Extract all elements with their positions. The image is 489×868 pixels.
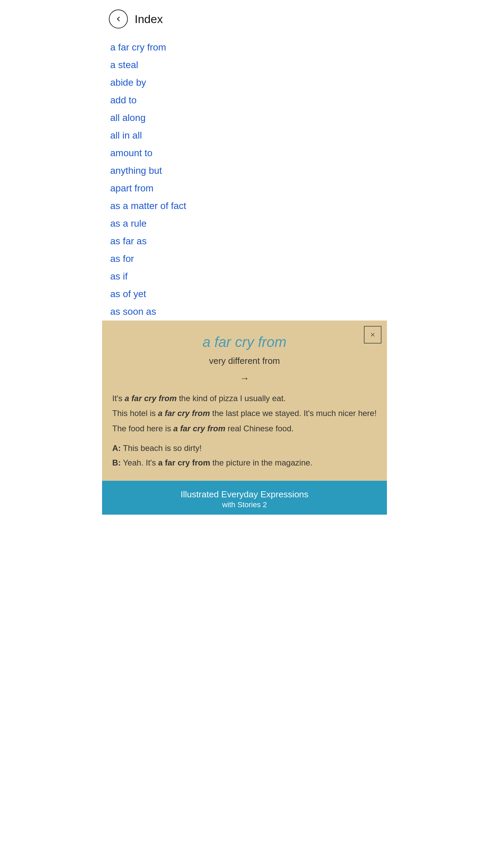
- footer-title: Illustrated Everyday Expressions: [109, 488, 380, 500]
- list-item[interactable]: as of yet: [110, 285, 379, 303]
- list-item[interactable]: as for: [110, 250, 379, 268]
- dialogue-line: B: Yeah. It's a far cry from the picture…: [112, 456, 377, 469]
- back-button[interactable]: [109, 9, 128, 28]
- list-item[interactable]: as soon as: [110, 303, 379, 321]
- list-item[interactable]: a far cry from: [110, 39, 379, 56]
- index-link-a-steal[interactable]: a steal: [110, 60, 138, 70]
- index-list: a far cry froma stealabide byadd toall a…: [102, 35, 387, 321]
- index-link-anything-but[interactable]: anything but: [110, 165, 162, 176]
- index-link-add-to[interactable]: add to: [110, 95, 137, 105]
- popup-overlay: × a far cry from very different from → I…: [102, 321, 387, 481]
- page-title: Index: [135, 13, 163, 26]
- list-item[interactable]: a steal: [110, 56, 379, 74]
- list-item[interactable]: as a matter of fact: [110, 197, 379, 215]
- index-link-as-of-yet[interactable]: as of yet: [110, 289, 146, 299]
- popup-title: a far cry from: [112, 334, 377, 350]
- header: Index: [102, 0, 387, 35]
- index-link-as-far-as[interactable]: as far as: [110, 236, 146, 246]
- example-sentence: It's a far cry from the kind of pizza I …: [112, 392, 377, 405]
- list-item[interactable]: amount to: [110, 144, 379, 162]
- list-item[interactable]: apart from: [110, 180, 379, 197]
- index-link-as-a-matter-of-fact[interactable]: as a matter of fact: [110, 201, 186, 211]
- list-item[interactable]: add to: [110, 91, 379, 109]
- close-button[interactable]: ×: [364, 326, 382, 344]
- index-link-as-for[interactable]: as for: [110, 253, 134, 264]
- index-link-all-along[interactable]: all along: [110, 112, 145, 123]
- index-link-apart-from[interactable]: apart from: [110, 183, 154, 193]
- dialogue-line: A: This beach is so dirty!: [112, 442, 377, 455]
- example-sentence: The food here is a far cry from real Chi…: [112, 422, 377, 435]
- index-link-as-a-rule[interactable]: as a rule: [110, 218, 146, 229]
- popup-arrow: →: [112, 373, 377, 384]
- list-item[interactable]: anything but: [110, 162, 379, 180]
- list-item[interactable]: as far as: [110, 232, 379, 250]
- index-link-as-soon-as[interactable]: as soon as: [110, 306, 156, 317]
- index-link-abide-by[interactable]: abide by: [110, 77, 146, 88]
- popup-content: a far cry from very different from → It'…: [102, 321, 387, 481]
- popup-examples: It's a far cry from the kind of pizza I …: [112, 392, 377, 435]
- list-item[interactable]: all along: [110, 109, 379, 127]
- popup-dialogue: A: This beach is so dirty!B: Yeah. It's …: [112, 442, 377, 469]
- example-sentence: This hotel is a far cry from the last pl…: [112, 407, 377, 420]
- index-link-a-far-cry-from[interactable]: a far cry from: [110, 42, 166, 53]
- list-item[interactable]: as if: [110, 268, 379, 285]
- list-item[interactable]: all in all: [110, 127, 379, 144]
- list-item[interactable]: as a rule: [110, 215, 379, 232]
- footer-subtitle: with Stories 2: [109, 500, 380, 509]
- index-link-amount-to[interactable]: amount to: [110, 148, 153, 158]
- index-link-all-in-all[interactable]: all in all: [110, 130, 142, 141]
- index-link-as-if[interactable]: as if: [110, 271, 128, 282]
- popup-definition: very different from: [112, 356, 377, 366]
- footer: Illustrated Everyday Expressions with St…: [102, 481, 387, 515]
- list-item[interactable]: abide by: [110, 74, 379, 91]
